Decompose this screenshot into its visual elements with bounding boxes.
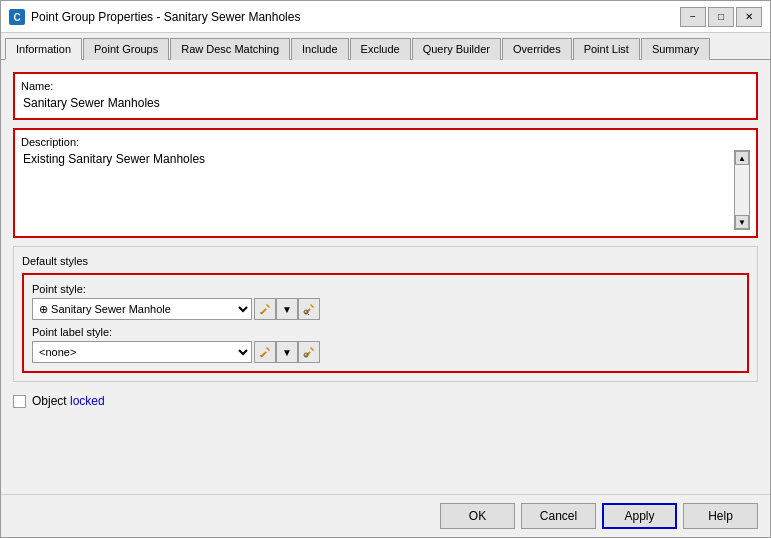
- scroll-down-arrow[interactable]: ▼: [735, 215, 749, 229]
- tab-information[interactable]: Information: [5, 38, 82, 60]
- app-icon: C: [9, 9, 25, 25]
- window-controls: − □ ✕: [680, 7, 762, 27]
- point-style-label: Point style:: [32, 283, 739, 295]
- main-window: C Point Group Properties - Sanitary Sewe…: [0, 0, 771, 538]
- cancel-button[interactable]: Cancel: [521, 503, 596, 529]
- point-label-style-edit-button[interactable]: [254, 341, 276, 363]
- tab-summary[interactable]: Summary: [641, 38, 710, 60]
- object-locked-row: Object locked: [13, 394, 758, 408]
- ok-button[interactable]: OK: [440, 503, 515, 529]
- tab-point-groups[interactable]: Point Groups: [83, 38, 169, 60]
- point-style-select[interactable]: ⊕ Sanitary Sewer Manhole: [32, 298, 252, 320]
- tab-include[interactable]: Include: [291, 38, 348, 60]
- svg-marker-13: [310, 347, 314, 351]
- tab-bar: Information Point Groups Raw Desc Matchi…: [1, 33, 770, 60]
- point-label-style-btn-group: ▼: [254, 341, 320, 363]
- style-row-group: Point style: ⊕ Sanitary Sewer Manhole: [22, 273, 749, 373]
- name-field-group: Name:: [13, 72, 758, 120]
- close-button[interactable]: ✕: [736, 7, 762, 27]
- apply-button[interactable]: Apply: [602, 503, 677, 529]
- svg-marker-3: [266, 304, 270, 308]
- scroll-track: [735, 165, 749, 215]
- description-label: Description:: [21, 136, 750, 148]
- name-input[interactable]: [21, 94, 750, 112]
- svg-line-8: [308, 314, 310, 315]
- tab-exclude[interactable]: Exclude: [350, 38, 411, 60]
- name-label: Name:: [21, 80, 750, 92]
- point-label-style-row: Point label style: <none>: [32, 326, 739, 363]
- description-scrollbar[interactable]: ▲ ▼: [734, 150, 750, 230]
- tab-raw-desc-matching[interactable]: Raw Desc Matching: [170, 38, 290, 60]
- minimize-button[interactable]: −: [680, 7, 706, 27]
- point-label-style-select[interactable]: <none>: [32, 341, 252, 363]
- point-style-dropdown-button[interactable]: ▼: [276, 298, 298, 320]
- point-style-controls: ⊕ Sanitary Sewer Manhole ▼: [32, 298, 739, 320]
- default-styles-label: Default styles: [22, 255, 749, 267]
- help-button[interactable]: Help: [683, 503, 758, 529]
- object-locked-checkbox[interactable]: [13, 395, 26, 408]
- point-label-style-pick-button[interactable]: [298, 341, 320, 363]
- svg-marker-10: [266, 347, 270, 351]
- scroll-up-arrow[interactable]: ▲: [735, 151, 749, 165]
- svg-marker-6: [310, 304, 314, 308]
- tab-overrides[interactable]: Overrides: [502, 38, 572, 60]
- title-bar-left: C Point Group Properties - Sanitary Sewe…: [9, 9, 300, 25]
- description-input[interactable]: [21, 150, 734, 230]
- maximize-button[interactable]: □: [708, 7, 734, 27]
- description-field-group: Description: ▲ ▼: [13, 128, 758, 238]
- footer: OK Cancel Apply Help: [1, 494, 770, 537]
- svg-text:C: C: [13, 12, 20, 23]
- description-wrapper: ▲ ▼: [21, 150, 750, 230]
- tab-query-builder[interactable]: Query Builder: [412, 38, 501, 60]
- point-style-btn-group: ▼: [254, 298, 320, 320]
- content-area: Name: Description: ▲ ▼ Default styles Po…: [1, 60, 770, 494]
- default-styles-section: Default styles Point style: ⊕ Sanitary S…: [13, 246, 758, 382]
- point-style-pick-button[interactable]: [298, 298, 320, 320]
- point-label-style-dropdown-button[interactable]: ▼: [276, 341, 298, 363]
- object-locked-label: Object locked: [32, 394, 105, 408]
- point-label-style-controls: <none> ▼: [32, 341, 739, 363]
- tab-point-list[interactable]: Point List: [573, 38, 640, 60]
- point-label-style-label: Point label style:: [32, 326, 739, 338]
- window-title: Point Group Properties - Sanitary Sewer …: [31, 10, 300, 24]
- point-style-row: Point style: ⊕ Sanitary Sewer Manhole: [32, 283, 739, 320]
- title-bar: C Point Group Properties - Sanitary Sewe…: [1, 1, 770, 33]
- point-style-edit-button[interactable]: [254, 298, 276, 320]
